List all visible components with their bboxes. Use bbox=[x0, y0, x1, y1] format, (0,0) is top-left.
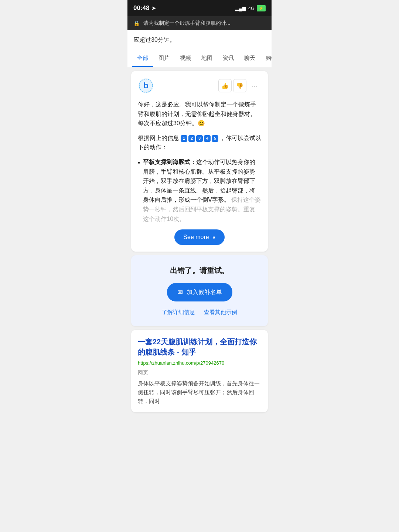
zhihu-description: 身体以平板支撑姿势预备开始训练，首先身体往一侧扭转，同时该侧手臂尽可压张开；然后… bbox=[138, 379, 261, 406]
source-ref-2[interactable]: 2 bbox=[188, 135, 195, 142]
bing-info-text: 根据网上的信息 1 2 3 4 5 ，你可以尝试以下的动作： bbox=[138, 133, 261, 152]
thumbs-down-button[interactable]: 👎 bbox=[233, 79, 246, 92]
location-arrow-icon: ➤ bbox=[151, 5, 156, 11]
search-text[interactable]: 请为我制定一个锻炼手臂和腹肌的计... bbox=[143, 20, 266, 27]
source-refs: 1 2 3 4 5 bbox=[181, 135, 218, 142]
bing-card-header: b 👍 👎 ··· bbox=[138, 78, 261, 94]
bing-answer-card: b 👍 👎 ··· 你好，这是必应。我可以帮你制定一个锻炼手臂和腹肌的计划，无需… bbox=[131, 71, 268, 252]
status-icons: ▂▄▆ 4G ⚡ bbox=[235, 5, 266, 11]
source-ref-3[interactable]: 3 bbox=[196, 135, 203, 142]
tab-videos[interactable]: 视频 bbox=[175, 50, 196, 67]
svg-text:b: b bbox=[143, 81, 148, 90]
source-ref-4[interactable]: 4 bbox=[204, 135, 211, 142]
exercise-list: 平板支撑到海豚式：这个动作可以热身你的肩膀，手臂和核心肌群。从平板支撑的姿势开始… bbox=[138, 157, 261, 224]
exercise-title: 平板支撑到海豚式： bbox=[143, 159, 196, 165]
bing-intro-text: 你好，这是必应。我可以帮你制定一个锻炼手臂和腹肌的计划，无需仰卧起坐和健身器材。… bbox=[138, 100, 261, 128]
lock-icon: 🔒 bbox=[133, 20, 140, 26]
result-type-label: 网页 bbox=[138, 369, 148, 375]
exercise-item: 平板支撑到海豚式：这个动作可以热身你的肩膀，手臂和核心肌群。从平板支撑的姿势开始… bbox=[138, 157, 261, 224]
zhihu-url: https://zhuanlan.zhihu.com/p/270942670 bbox=[138, 360, 261, 366]
error-title: 出错了。请重试。 bbox=[139, 266, 260, 276]
tab-news[interactable]: 资讯 bbox=[218, 50, 239, 67]
bing-logo: b bbox=[138, 78, 154, 94]
more-options-button[interactable]: ··· bbox=[248, 79, 261, 92]
status-bar: 00:48 ➤ ▂▄▆ 4G ⚡ bbox=[127, 0, 272, 16]
zhihu-card: 一套22天腹肌训练计划，全面打造你的腹肌线条 - 知乎 https://zhua… bbox=[131, 330, 268, 412]
time-display: 00:48 bbox=[133, 4, 149, 12]
envelope-icon: ✉ bbox=[177, 288, 183, 296]
source-ref-1[interactable]: 1 bbox=[181, 135, 187, 142]
see-examples-link[interactable]: 查看其他示例 bbox=[204, 309, 237, 316]
info-prefix: 根据网上的信息 bbox=[138, 135, 179, 141]
chevron-down-icon: ∨ bbox=[212, 234, 216, 240]
error-links: 了解详细信息 查看其他示例 bbox=[139, 309, 260, 316]
see-more-label: See more bbox=[183, 234, 209, 241]
tab-images[interactable]: 图片 bbox=[153, 50, 175, 67]
zhihu-title[interactable]: 一套22天腹肌训练计划，全面打造你的腹肌线条 - 知乎 bbox=[138, 337, 261, 357]
thumbs-up-button[interactable]: 👍 bbox=[218, 79, 232, 92]
main-content: b 👍 👎 ··· 你好，这是必应。我可以帮你制定一个锻炼手臂和腹肌的计划，无需… bbox=[127, 67, 272, 416]
status-time: 00:48 ➤ bbox=[133, 4, 156, 12]
signal-icon: ▂▄▆ bbox=[235, 6, 246, 11]
tab-shopping[interactable]: 购物 bbox=[260, 50, 272, 67]
tab-all[interactable]: 全部 bbox=[132, 50, 153, 67]
error-card: 出错了。请重试。 ✉ 加入候补名单 了解详细信息 查看其他示例 bbox=[131, 255, 268, 326]
search-bar[interactable]: 🔒 请为我制定一个锻炼手臂和腹肌的计... bbox=[127, 16, 272, 30]
partial-text: 应超过30分钟。 bbox=[133, 36, 266, 44]
exercise-item-text: 平板支撑到海豚式：这个动作可以热身你的肩膀，手臂和核心肌群。从平板支撑的姿势开始… bbox=[143, 157, 261, 224]
top-partial-content: 应超过30分钟。 bbox=[127, 30, 272, 50]
source-ref-5[interactable]: 5 bbox=[212, 135, 218, 142]
learn-more-link[interactable]: 了解详细信息 bbox=[162, 309, 195, 316]
filter-tabs[interactable]: 全部 图片 视频 地图 资讯 聊天 购物 航班 bbox=[127, 50, 272, 67]
battery-icon: ⚡ bbox=[257, 5, 266, 11]
see-more-button[interactable]: See more ∨ bbox=[174, 229, 224, 245]
zhihu-meta: 网页 bbox=[138, 369, 261, 376]
tab-maps[interactable]: 地图 bbox=[196, 50, 218, 67]
waitlist-label: 加入候补名单 bbox=[187, 289, 222, 296]
bing-logo-svg: b bbox=[139, 78, 153, 93]
bing-actions[interactable]: 👍 👎 ··· bbox=[218, 79, 261, 92]
waitlist-button[interactable]: ✉ 加入候补名单 bbox=[167, 283, 232, 301]
tab-chat[interactable]: 聊天 bbox=[239, 50, 260, 67]
network-type: 4G bbox=[248, 6, 255, 11]
